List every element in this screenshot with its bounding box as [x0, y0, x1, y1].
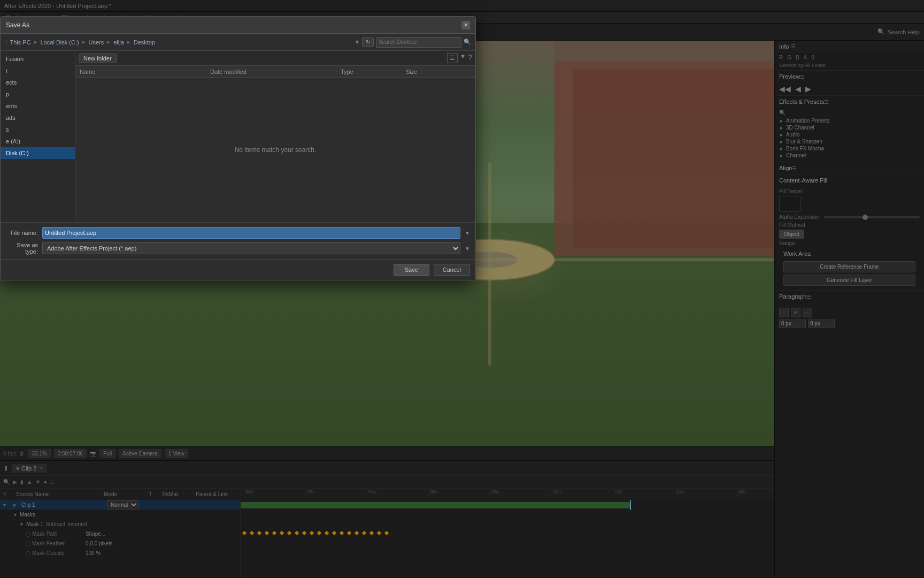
cancel-button[interactable]: Cancel	[434, 264, 470, 276]
dialog-left-nav: Fusion r ects p ents ads s e (A:) Disk (…	[1, 51, 75, 222]
new-folder-btn[interactable]: New folder	[79, 54, 117, 63]
sep-1: ►	[33, 39, 38, 45]
file-toolbar: New folder ☰ ▼ ?	[75, 51, 475, 66]
save-dialog: Save As ✕ ↑ This PC ► Local Disk (C:) ► …	[0, 16, 476, 280]
filename-row: File name: ▼	[6, 227, 470, 239]
search-btn[interactable]: 🔍	[464, 39, 471, 45]
dialog-titlebar: Save As ✕	[1, 17, 475, 34]
filetype-select[interactable]: Adobe After Effects Project (*.aep)	[42, 242, 460, 254]
dialog-file-area: New folder ☰ ▼ ? Name Date modified Type…	[75, 51, 475, 222]
col-header-type[interactable]: Type	[341, 69, 406, 75]
nav-ects[interactable]: ects	[1, 77, 75, 88]
dialog-close-btn[interactable]: ✕	[461, 21, 470, 29]
help-icon[interactable]: ?	[468, 53, 472, 63]
nav-fusion[interactable]: Fusion	[1, 53, 75, 65]
filetype-dropdown-icon[interactable]: ▼	[465, 246, 470, 252]
filetype-label: Save as type:	[6, 242, 38, 255]
view-dropdown-icon[interactable]: ▼	[460, 53, 466, 63]
file-list-header: Name Date modified Type Size	[75, 66, 475, 78]
dialog-buttons: Save Cancel	[1, 259, 475, 280]
col-header-size[interactable]: Size	[406, 69, 471, 75]
nav-s[interactable]: s	[1, 124, 75, 135]
file-list-body: No items match your search.	[75, 78, 475, 222]
sep-2: ►	[81, 39, 87, 45]
breadcrumb-elija[interactable]: elija	[113, 39, 124, 45]
filename-dropdown-icon[interactable]: ▼	[465, 230, 470, 236]
nav-ads[interactable]: ads	[1, 112, 75, 124]
col-header-date[interactable]: Date modified	[210, 69, 341, 75]
filename-label: File name:	[6, 230, 38, 236]
breadcrumb-local-disk[interactable]: Local Disk (C:)	[41, 39, 79, 45]
refresh-btn[interactable]: ↻	[362, 37, 374, 47]
sep-3: ►	[106, 39, 111, 45]
search-desktop-input[interactable]	[376, 37, 461, 48]
breadcrumb-users[interactable]: Users	[89, 39, 104, 45]
dialog-title: Save As	[6, 21, 29, 29]
sep-4: ►	[126, 39, 132, 45]
filetype-row: Save as type: Adobe After Effects Projec…	[6, 242, 470, 255]
nav-r[interactable]: r	[1, 65, 75, 77]
nav-p[interactable]: p	[1, 88, 75, 100]
filename-input[interactable]	[42, 227, 460, 239]
nav-ents[interactable]: ents	[1, 100, 75, 112]
breadcrumb-desktop[interactable]: Desktop	[134, 39, 155, 45]
no-items-message: No items match your search.	[235, 146, 317, 154]
save-button[interactable]: Save	[394, 264, 429, 276]
dialog-body: Fusion r ects p ents ads s e (A:) Disk (…	[1, 51, 475, 222]
breadcrumb-actions: ▼ ↻ 🔍	[355, 37, 471, 48]
view-options: ☰ ▼ ?	[447, 53, 472, 63]
col-header-name[interactable]: Name	[80, 69, 210, 75]
nav-c-drive[interactable]: Disk (C:)	[1, 147, 75, 159]
up-icon[interactable]: ↑	[5, 39, 8, 45]
nav-a-drive[interactable]: e (A:)	[1, 135, 75, 147]
dialog-breadcrumb: ↑ This PC ► Local Disk (C:) ► Users ► el…	[1, 34, 475, 51]
dialog-overlay: Save As ✕ ↑ This PC ► Local Disk (C:) ► …	[0, 0, 924, 578]
view-list-icon[interactable]: ☰	[447, 53, 458, 63]
dialog-footer: File name: ▼ Save as type: Adobe After E…	[1, 222, 475, 259]
breadcrumb-this-pc[interactable]: This PC	[10, 39, 31, 45]
breadcrumb-dropdown-icon[interactable]: ▼	[355, 39, 360, 45]
